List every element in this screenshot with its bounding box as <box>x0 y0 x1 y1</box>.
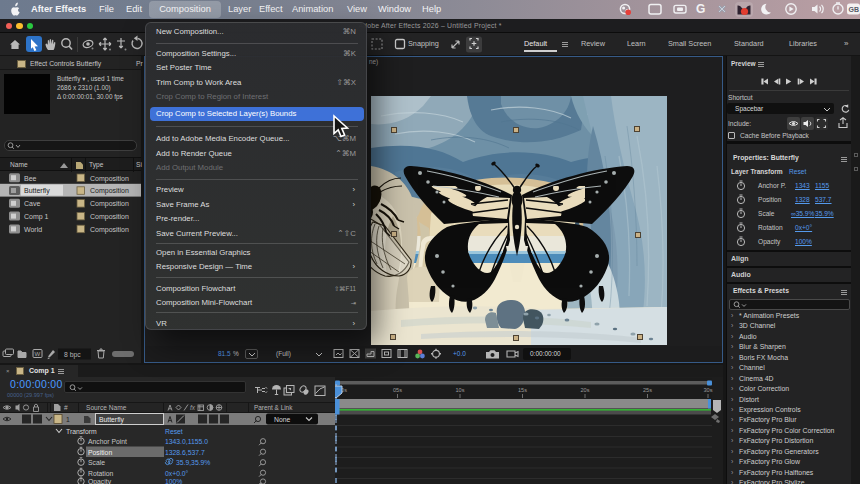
svg-text:Bee: Bee <box>24 175 37 182</box>
svg-text:1: 1 <box>66 416 70 423</box>
svg-text:fx: fx <box>190 404 196 411</box>
svg-text:20s: 20s <box>580 387 589 393</box>
svg-text:Composition: Composition <box>90 200 129 208</box>
svg-text:30s: 30s <box>703 387 712 393</box>
svg-text:Comp 1: Comp 1 <box>24 213 49 221</box>
svg-text:Source Name: Source Name <box>86 404 127 411</box>
svg-text:10s: 10s <box>455 387 464 393</box>
svg-text:Transform: Transform <box>66 428 97 435</box>
svg-text:100%: 100% <box>165 478 182 484</box>
svg-text:Composition: Composition <box>90 213 129 221</box>
svg-text:Position: Position <box>88 449 112 456</box>
svg-text:Composition: Composition <box>90 175 129 183</box>
svg-text:25s: 25s <box>643 387 652 393</box>
svg-text:Composition: Composition <box>90 226 129 234</box>
svg-text:#: # <box>64 404 68 411</box>
svg-text:Butterfly: Butterfly <box>99 416 125 424</box>
svg-text:Cave: Cave <box>24 200 40 207</box>
svg-text:None: None <box>274 416 290 423</box>
svg-text:Opacity: Opacity <box>88 478 112 484</box>
svg-text:Butterfly: Butterfly <box>24 187 50 195</box>
svg-text:0x+0.0°: 0x+0.0° <box>165 470 189 477</box>
svg-text:World: World <box>24 226 42 233</box>
svg-text:35.9,35.9%: 35.9,35.9% <box>176 459 210 466</box>
svg-text:G: G <box>696 2 705 16</box>
svg-text:8 bpc: 8 bpc <box>64 351 81 359</box>
svg-text:Anchor Point: Anchor Point <box>88 438 127 445</box>
svg-text:15s: 15s <box>518 387 527 393</box>
svg-text:Reset: Reset <box>165 428 183 435</box>
svg-text:1343.0,1155.0: 1343.0,1155.0 <box>165 438 208 445</box>
svg-text:Composition: Composition <box>90 187 129 195</box>
svg-text:Scale: Scale <box>88 459 105 466</box>
svg-text:Rotation: Rotation <box>88 470 114 477</box>
svg-text:W: W <box>35 351 41 357</box>
svg-text:Parent & Link: Parent & Link <box>254 404 293 411</box>
svg-text:GB: GB <box>849 6 860 13</box>
svg-text:05s: 05s <box>393 387 402 393</box>
svg-text:1328.6,537.7: 1328.6,537.7 <box>165 449 205 456</box>
